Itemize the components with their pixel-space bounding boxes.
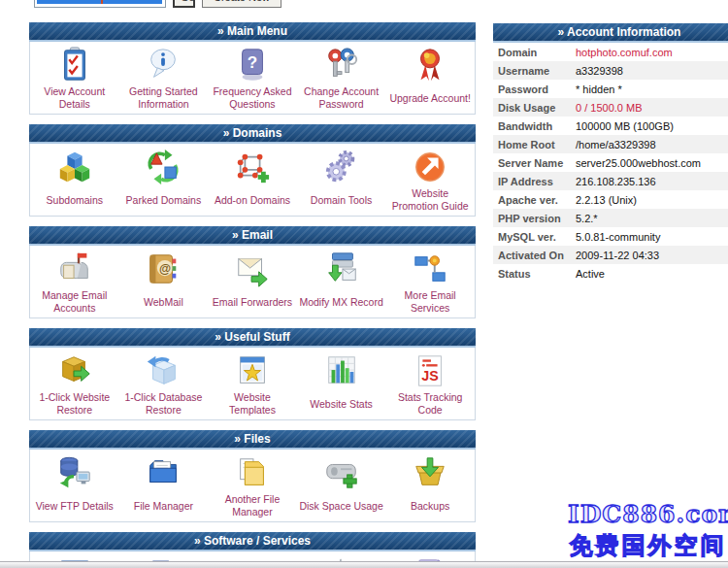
account-row-label: Password — [493, 84, 576, 95]
stats-tracking-code-icon: JS — [412, 350, 448, 390]
top-toolbar: Go Create New — [0, 0, 728, 10]
menu-item-file-manager[interactable]: File Manager — [119, 451, 209, 519]
menu-item-parked-domains[interactable]: Parked Domains — [119, 146, 209, 214]
manage-email-accounts-icon — [56, 248, 93, 288]
menu-item-view-account-details[interactable]: View Account Details — [30, 44, 119, 112]
domain-input[interactable] — [34, 0, 166, 8]
upgrade-account-icon — [412, 44, 448, 84]
section-main-menu: » Main MenuView Account DetailsGetting S… — [29, 22, 476, 115]
menu-item-add-on-domains[interactable]: Add-on Domains — [208, 146, 297, 214]
account-row-ip-address: IP Address216.108.235.136 — [493, 172, 728, 190]
menu-item-website-templates[interactable]: Website Templates — [208, 350, 297, 418]
account-row-label: Server Name — [493, 157, 576, 169]
backups-icon — [412, 451, 448, 492]
menu-item-label: File Manager — [132, 492, 195, 519]
account-row-value: * hidden * — [576, 84, 622, 95]
menu-item-label: 1-Click Database Restore — [119, 390, 209, 418]
watermark-subtitle: 免费国外空间 — [568, 530, 728, 561]
addon-domains-icon — [234, 146, 271, 186]
section-domains: » DomainsSubdomainsParked DomainsAdd-on … — [29, 124, 476, 217]
modify-mx-record-icon — [323, 248, 360, 288]
account-domain-link[interactable]: hotphoto.comuf.com — [576, 47, 673, 58]
disk-space-usage-icon — [323, 451, 360, 492]
menu-item-label: Domain Tools — [309, 186, 374, 214]
menu-item-label: Website Stats — [308, 390, 375, 418]
menu-item-label: Website Promotion Guide — [385, 186, 475, 214]
website-restore-icon — [56, 350, 93, 390]
section-files: » FilesView FTP DetailsFile ManagerAnoth… — [29, 430, 476, 522]
watermark-title: IDC886.com — [568, 500, 728, 528]
menu-item-1-click-database-restore[interactable]: 1-Click Database Restore — [119, 350, 209, 418]
account-row-status: StatusActive — [493, 264, 728, 283]
text-caret — [101, 0, 103, 4]
account-row-label: Home Root — [493, 139, 576, 150]
menu-item-modify-mx-record[interactable]: Modify MX Record — [297, 248, 386, 316]
section-header-software-services: » Software / Services — [29, 532, 476, 551]
section-email: » EmailManage Email Accounts@WebMailEmai… — [29, 226, 476, 318]
account-row-value: 0 / 1500.0 MB — [576, 102, 643, 114]
menu-item-label: Subdomains — [45, 186, 105, 214]
website-promotion-guide-icon — [412, 146, 448, 186]
create-new-button[interactable]: Create New — [202, 0, 281, 8]
hosting-control-panel: Go Create New » Main MenuView Account De… — [0, 0, 728, 568]
menu-item-label: More Email Services — [385, 288, 475, 316]
menu-item-email-forwarders[interactable]: Email Forwarders — [208, 248, 297, 316]
menu-item-website-stats[interactable]: Website Stats — [297, 350, 386, 418]
webmail-icon: @ — [145, 248, 182, 288]
menu-item-webmail[interactable]: @WebMail — [119, 248, 209, 316]
menu-item-frequency-asked-questions[interactable]: ?Frequency Asked Questions — [208, 44, 297, 112]
account-row-password: Password* hidden * — [493, 80, 728, 98]
menu-item-label: Website Templates — [208, 390, 297, 418]
section-body: View FTP DetailsFile ManagerAnother File… — [29, 450, 476, 522]
section-body: View Account DetailsGetting Started Info… — [29, 42, 476, 115]
section-header-files: » Files — [29, 430, 476, 450]
menu-item-1-click-website-restore[interactable]: 1-Click Website Restore — [30, 350, 119, 418]
menu-item-label: Disk Space Usage — [297, 492, 384, 519]
another-file-manager-icon — [234, 451, 271, 492]
menu-item-backups[interactable]: Backups — [385, 451, 475, 519]
go-button[interactable]: Go — [173, 0, 195, 8]
svg-text:JS: JS — [421, 368, 438, 384]
account-row-server-name: Server Nameserver25.000webhost.com — [493, 153, 728, 172]
account-row-label: PHP version — [493, 213, 576, 224]
account-row-value: a3329398 — [576, 65, 623, 77]
menu-item-disk-space-usage[interactable]: Disk Space Usage — [297, 451, 386, 519]
website-templates-icon — [234, 350, 271, 390]
bottom-scrollbar[interactable] — [0, 561, 728, 568]
menu-item-domain-tools[interactable]: Domain Tools — [297, 146, 386, 214]
menu-item-label: Frequency Asked Questions — [208, 84, 297, 112]
account-row-label: Activated On — [493, 250, 576, 261]
account-information-header: » Account Information — [493, 23, 728, 43]
menu-item-more-email-services[interactable]: More Email Services — [385, 248, 475, 316]
menu-item-getting-started-information[interactable]: Getting Started Information — [119, 44, 209, 112]
svg-text:?: ? — [248, 53, 257, 72]
section-body: Manage Email Accounts@WebMailEmail Forwa… — [29, 246, 476, 318]
account-row-label: MySQL ver. — [493, 231, 576, 243]
account-row-php-version: PHP version5.2.* — [493, 209, 728, 227]
account-rows: Domainhotphoto.comuf.comUsernamea3329398… — [493, 43, 728, 283]
menu-item-view-ftp-details[interactable]: View FTP Details — [30, 451, 119, 519]
menu-item-upgrade-account[interactable]: Upgrade Account! — [385, 44, 475, 112]
account-row-apache-ver: Apache ver.2.2.13 (Unix) — [493, 190, 728, 209]
menu-item-subdomains[interactable]: Subdomains — [30, 146, 119, 214]
menu-item-label: Stats Tracking Code — [385, 390, 475, 418]
menu-item-manage-email-accounts[interactable]: Manage Email Accounts — [30, 248, 119, 316]
parked-domains-icon — [145, 146, 182, 186]
faq-icon: ? — [234, 44, 271, 84]
menu-item-label: Add-on Domains — [213, 186, 292, 214]
account-row-label: Apache ver. — [493, 194, 576, 206]
menu-item-stats-tracking-code[interactable]: JSStats Tracking Code — [385, 350, 475, 418]
menu-item-label: View Account Details — [30, 84, 119, 112]
section-header-main-menu: » Main Menu — [29, 22, 476, 42]
getting-started-information-icon — [145, 44, 182, 84]
subdomains-icon — [56, 146, 93, 186]
account-row-disk-usage: Disk Usage0 / 1500.0 MB — [493, 98, 728, 117]
menu-item-change-account-password[interactable]: Change Account Password — [297, 44, 386, 112]
more-email-services-icon — [412, 248, 448, 288]
menu-item-label: Another File Manager — [208, 492, 297, 519]
account-row-value: server25.000webhost.com — [576, 157, 701, 169]
domain-tools-icon — [323, 146, 360, 186]
section-useful-stuff: » Useful Stuff1-Click Website Restore1-C… — [29, 328, 476, 420]
menu-item-another-file-manager[interactable]: Another File Manager — [208, 451, 297, 519]
menu-item-website-promotion-guide[interactable]: Website Promotion Guide — [385, 146, 475, 214]
